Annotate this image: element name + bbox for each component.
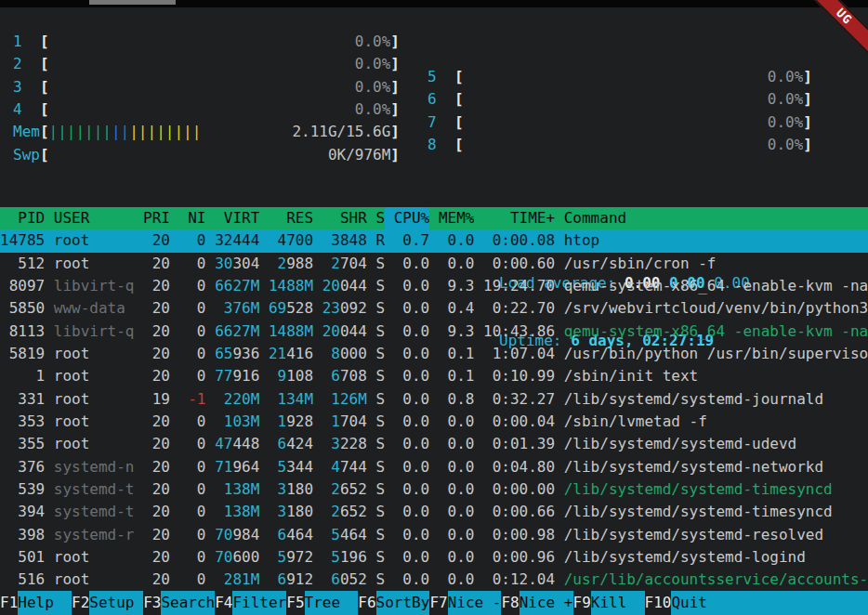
value-mb-part: 376M [224, 297, 260, 320]
cell-s: S [367, 411, 385, 433]
cell-ni: 0 [170, 569, 206, 591]
column-header-ni[interactable]: NI [170, 207, 206, 229]
cell-res: 69528 [259, 297, 313, 320]
cell-virt: 65936 [206, 343, 260, 365]
fkey-kill[interactable]: F9Kill [573, 591, 645, 615]
cpu-meter-8: 8[0.0%] [427, 134, 812, 156]
fkey-label: Search [161, 591, 215, 615]
value-mb-part: 138M [224, 478, 260, 501]
meter-close-bracket: ] [390, 98, 400, 121]
column-header-shr[interactable]: SHR [313, 207, 367, 229]
column-header-s[interactable]: S [367, 207, 385, 229]
process-row[interactable]: 512root2003030429882704S0.00.00:00.60/us… [0, 253, 868, 275]
value-mb-part: 20 [322, 275, 340, 297]
value-mb-part: 30 [215, 253, 232, 275]
cell-shr: 8000 [313, 343, 367, 365]
meter-body: 0.0% [49, 76, 391, 98]
column-header-cpu[interactable]: CPU% [385, 207, 429, 229]
process-row[interactable]: 355root2004744864243228S0.00.00:01.39/li… [0, 433, 868, 455]
cell-s: S [367, 478, 385, 501]
cell-mem: 0.0 [429, 569, 474, 591]
cell-res: 6464 [259, 524, 313, 546]
column-header-user[interactable]: USER [45, 207, 134, 229]
process-row[interactable]: 5819root20065936214168000S0.00.11:07.04/… [0, 343, 868, 365]
cell-time: 0:00.66 [474, 501, 555, 523]
process-row[interactable]: 14785root2003244447003848R0.70.00:00.08h… [0, 229, 868, 252]
memory-meter: Mem[|||||||||||||||||2.11G/15.6G] [13, 121, 400, 143]
fkey-quit[interactable]: F10Quit [645, 591, 868, 615]
process-row[interactable]: 8097libvirt-q2006627M1488M20044S0.09.319… [0, 275, 868, 297]
value-kb-part: 936 [232, 343, 259, 365]
column-header-res[interactable]: RES [259, 207, 313, 229]
fkey-nice-[interactable]: F8Nice + [501, 591, 572, 615]
cell-user: root [45, 365, 134, 387]
cell-user: root [45, 253, 134, 275]
column-header-pid[interactable]: PID [0, 207, 45, 229]
titlebar-tab[interactable] [89, 0, 176, 5]
fkey-label: Filter [232, 591, 286, 615]
meter-open-bracket: [ [40, 121, 49, 143]
fkey-tree[interactable]: F5Tree [286, 591, 358, 615]
cell-user: root [45, 546, 134, 569]
process-row[interactable]: 398systemd-r2007098464645464S0.00.00:00.… [0, 524, 868, 546]
process-row[interactable]: 353root200103M19281704S0.00.00:00.04/sbi… [0, 411, 868, 433]
cell-ni: 0 [170, 297, 206, 320]
cell-res: 4700 [259, 229, 313, 252]
process-row[interactable]: 516root200281M69126052S0.00.00:12.04/usr… [0, 569, 868, 591]
fkey-sortby[interactable]: F6SortBy [358, 591, 429, 615]
value-mb-part: 1 [331, 411, 340, 433]
cell-time: 0:32.27 [474, 388, 555, 411]
process-row[interactable]: 394systemd-t200138M31802652S0.00.00:00.6… [0, 501, 868, 523]
fkey-help[interactable]: F1Help [0, 591, 72, 615]
value-mb-part: 2 [331, 478, 340, 501]
cell-pid: 394 [0, 501, 45, 523]
cell-user: root [45, 433, 134, 455]
value-mb-part: 1488M [269, 321, 313, 343]
cell-cmd: /lib/systemd/systemd-networkd [555, 456, 868, 478]
process-row[interactable]: 376systemd-n2007196453444744S0.00.00:04.… [0, 456, 868, 478]
cell-s: S [367, 297, 385, 320]
process-row[interactable]: 501root2007060059725196S0.00.00:00.96/li… [0, 546, 868, 569]
cell-res: 3180 [259, 478, 313, 501]
meter-label: 5 [427, 66, 454, 88]
cell-ni: 0 [170, 433, 206, 455]
column-header-pri[interactable]: PRI [134, 207, 170, 229]
process-row[interactable]: 539systemd-t200138M31802652S0.00.00:00.0… [0, 478, 868, 501]
column-header-mem[interactable]: MEM% [429, 207, 474, 229]
fkey-search[interactable]: F3Search [143, 591, 215, 615]
meter-open-bracket: [ [40, 76, 49, 98]
process-row[interactable]: 5850www-data200376M6952823092S0.00.40:22… [0, 297, 868, 320]
cell-ni: 0 [170, 253, 206, 275]
process-row[interactable]: 331root19-1220M134M126MS0.00.80:32.27/li… [0, 388, 868, 411]
meter-open-bracket: [ [454, 88, 464, 111]
value-mb-part: 23 [322, 297, 340, 320]
meter-body: 0.0% [464, 66, 804, 88]
cell-pri: 20 [134, 456, 170, 478]
cell-virt: 32444 [206, 229, 260, 252]
cell-s: S [367, 433, 385, 455]
cell-virt: 220M [206, 388, 260, 411]
process-row[interactable]: 1root2007791691086708S0.00.10:10.99/sbin… [0, 365, 868, 387]
meter-value: 0.0% [355, 53, 391, 75]
fkey-nice-[interactable]: F7Nice - [429, 591, 501, 615]
cpu-meter-7: 7[0.0%] [427, 111, 812, 134]
cell-res: 6912 [259, 569, 313, 591]
fkey-label: SortBy [376, 591, 430, 615]
meter-label: 3 [13, 76, 40, 98]
fkey-setup[interactable]: F2Setup [72, 591, 143, 615]
cell-virt: 30304 [206, 253, 260, 275]
value-kb-part: 464 [286, 524, 313, 546]
value-mb-part: 5 [331, 524, 340, 546]
cell-pri: 20 [134, 478, 170, 501]
column-header-time[interactable]: TIME+ [474, 207, 555, 229]
cell-ni: 0 [170, 411, 206, 433]
cell-time: 0:22.70 [474, 297, 555, 320]
column-header-virt[interactable]: VIRT [206, 207, 260, 229]
fkey-filter[interactable]: F4Filter [215, 591, 286, 615]
cell-virt: 138M [206, 501, 260, 523]
column-header-cmd[interactable]: Command [555, 207, 868, 229]
cell-s: S [367, 501, 385, 523]
cell-time: 0:04.80 [474, 456, 555, 478]
process-row[interactable]: 8113libvirt-q2006627M1488M20044S0.09.310… [0, 321, 868, 343]
value-kb-part: 652 [340, 478, 367, 501]
